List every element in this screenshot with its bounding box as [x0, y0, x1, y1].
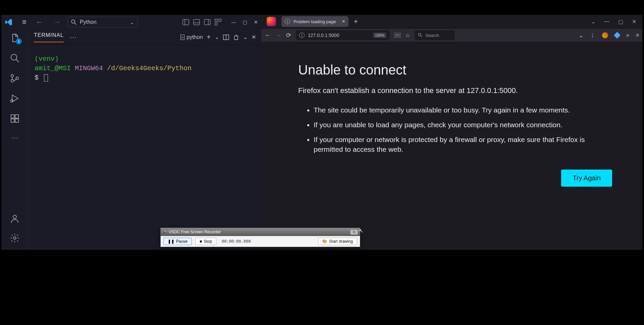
firefox-logo-icon[interactable] [267, 17, 276, 26]
search-input[interactable]: Search [415, 30, 455, 40]
run-debug-icon[interactable] [10, 93, 20, 103]
overflow-icon[interactable]: » [626, 32, 629, 38]
ff-maximize-button[interactable]: ▢ [618, 18, 623, 25]
svg-rect-6 [204, 19, 210, 25]
tabs-dropdown-icon[interactable]: ⌄ [591, 18, 595, 25]
vscode-titlebar: ≡ ← → Python ⌄ — ▢ ✕ [1, 15, 261, 30]
layout-panel-bottom-icon[interactable] [193, 19, 200, 26]
vsdc-close-button[interactable]: ✕ [350, 230, 358, 235]
new-terminal-button[interactable]: + [207, 33, 211, 41]
split-terminal-icon[interactable] [223, 34, 229, 40]
svg-point-16 [11, 100, 13, 102]
terminal-content[interactable]: (venv) amit_@MSI MINGW64 /d/Geeks4Geeks/… [29, 45, 261, 250]
svg-line-1 [74, 23, 76, 25]
vsdc-titlebar[interactable]: 🎤 VSDC Free Screen Recorder ✕ [161, 228, 360, 236]
firefox-window: i Problem loading page × + ⌄ — ▢ ✕ ← → ⟳… [261, 15, 642, 250]
zoom-level[interactable]: 150% [373, 33, 386, 38]
url-text: 127.0.0.1:5000 [308, 33, 339, 38]
source-control-icon[interactable] [10, 73, 20, 83]
svg-rect-8 [215, 19, 217, 21]
layout-customize-icon[interactable] [215, 19, 221, 26]
try-again-button[interactable]: Try Again [561, 170, 612, 187]
close-tab-button[interactable]: × [342, 18, 345, 25]
terminal-input-line: $ [35, 73, 255, 83]
close-panel-button[interactable]: ✕ [252, 34, 256, 40]
new-tab-button[interactable]: + [351, 18, 361, 26]
svg-rect-17 [11, 115, 14, 118]
explorer-badge: 1 [16, 38, 22, 44]
more-icon[interactable]: ⋯ [11, 134, 18, 142]
mic-icon: 🎤 [163, 230, 167, 234]
ff-forward-button[interactable]: → [275, 32, 281, 39]
error-subtext: Firefox can't establish a connection to … [298, 86, 612, 96]
pause-label: Pause [176, 239, 187, 244]
svg-point-0 [71, 20, 75, 23]
firefox-tab-bar: i Problem loading page × + ⌄ — ▢ ✕ [261, 15, 642, 28]
svg-rect-10 [215, 23, 217, 25]
pause-button[interactable]: ❚❚ Pause [163, 238, 192, 245]
stop-label: Stop [204, 239, 212, 244]
mouse-cursor-icon: ↖ [359, 228, 363, 234]
terminal-shell-name: python [186, 34, 203, 40]
svg-point-22 [13, 237, 16, 239]
terminal-more-icon[interactable]: ⋯ [70, 33, 77, 41]
bookmark-star-icon[interactable]: ☆ [405, 32, 410, 39]
search-activity-icon[interactable] [10, 53, 20, 63]
close-button[interactable]: ✕ [254, 19, 258, 25]
pocket-icon[interactable]: ⌄ [579, 32, 583, 39]
terminal-tab-bar: TERMINAL ⋯ > python + ⌄ ⌄ ✕ [29, 30, 261, 45]
site-info-icon[interactable]: i [299, 33, 305, 38]
nav-back-button[interactable]: ← [33, 18, 47, 27]
ff-minimize-button[interactable]: — [604, 18, 609, 25]
svg-point-28 [418, 33, 421, 36]
svg-point-15 [16, 77, 19, 80]
search-title: Python [80, 19, 97, 25]
stop-icon: ■ [200, 239, 202, 244]
search-placeholder: Search [425, 33, 439, 38]
ff-close-button[interactable]: ✕ [632, 18, 636, 25]
terminal-cursor [44, 74, 48, 82]
recording-time: 00:00:00.000 [222, 239, 251, 244]
settings-gear-icon[interactable] [10, 233, 20, 243]
ff-reload-button[interactable]: ⟳ [286, 32, 291, 39]
nav-forward-button[interactable]: → [50, 18, 64, 27]
split-terminal-chevron-icon[interactable]: ⌄ [215, 34, 219, 40]
extensions-icon[interactable] [10, 113, 20, 124]
url-input[interactable]: i 127.0.0.1:5000 150% [296, 30, 390, 40]
svg-line-12 [16, 59, 19, 62]
menu-icon[interactable]: ≡ [19, 18, 29, 27]
vscode-window: ≡ ← → Python ⌄ — ▢ ✕ [1, 15, 261, 250]
browser-tab[interactable]: i Problem loading page × [281, 16, 348, 27]
tab-title: Problem loading page [293, 19, 336, 24]
maximize-button[interactable]: ▢ [243, 19, 247, 25]
explorer-icon[interactable]: 1 [10, 33, 20, 43]
error-bullet-list: The site could be temporarily unavailabl… [298, 105, 612, 154]
terminal-shell-selector[interactable]: > python [180, 34, 203, 40]
kill-terminal-icon[interactable] [233, 34, 239, 40]
start-drawing-button[interactable]: 🎨 Start drawing [318, 238, 357, 245]
layout-sidebar-right-icon[interactable] [204, 19, 211, 26]
reader-mode-icon[interactable] [394, 33, 400, 38]
stop-button[interactable]: ■ Stop [195, 238, 216, 245]
terminal-prompt-line: amit_@MSI MINGW64 /d/Geeks4Geeks/Python [35, 64, 255, 73]
vscode-logo-icon [5, 18, 13, 26]
error-bullet: If your computer or network is protected… [314, 135, 612, 154]
terminal-tab[interactable]: TERMINAL [34, 32, 64, 42]
downloads-icon[interactable]: ⭳ [590, 32, 595, 38]
profile-icon[interactable] [602, 32, 608, 38]
svg-rect-25 [394, 33, 400, 38]
minimize-button[interactable]: — [231, 19, 236, 25]
command-center-search[interactable]: Python ⌄ [67, 17, 138, 28]
terminal-venv-line: (venv) [35, 54, 255, 64]
ff-search-icon [418, 33, 423, 38]
ff-back-button[interactable]: ← [265, 32, 271, 39]
layout-sidebar-left-icon[interactable] [182, 19, 189, 26]
terminal-user: amit_@MSI [35, 64, 71, 72]
terminal-prompt-symbol: $ [35, 74, 39, 82]
extension-icon[interactable] [614, 32, 621, 39]
shell-icon: > [180, 35, 184, 40]
terminal-chevron-icon[interactable]: ⌄ [243, 34, 248, 40]
ff-menu-icon[interactable]: ≡ [636, 32, 639, 38]
accounts-icon[interactable] [10, 214, 20, 224]
svg-point-14 [11, 80, 14, 82]
